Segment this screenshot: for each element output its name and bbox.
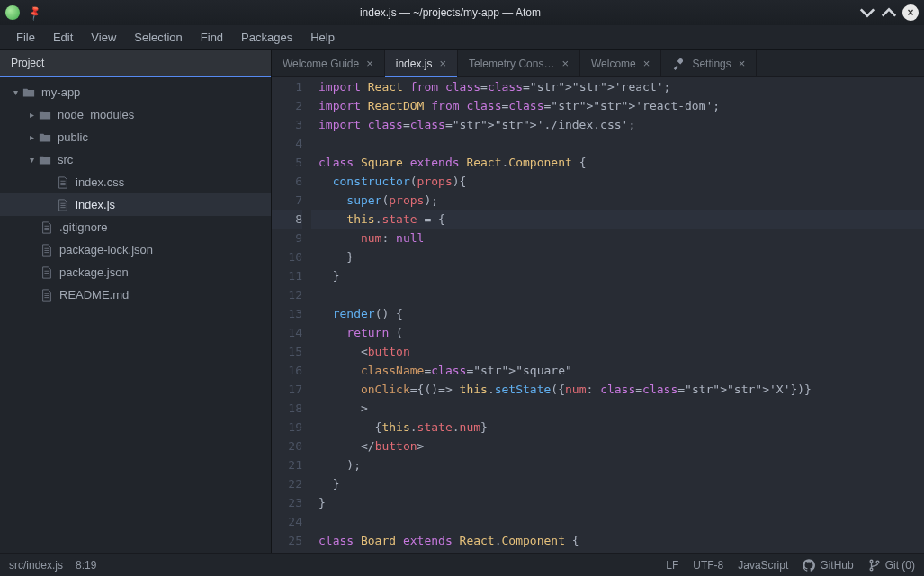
- window-minimize-icon[interactable]: [859, 4, 875, 21]
- line-number: 14: [272, 323, 302, 342]
- code-line[interactable]: render() {: [311, 304, 924, 323]
- code-line[interactable]: {this.state.num}: [311, 418, 924, 436]
- tree-file[interactable]: .gitignore: [0, 216, 271, 238]
- code-line[interactable]: [311, 134, 924, 153]
- tree-folder[interactable]: ▸node_modules: [0, 104, 271, 126]
- menu-view[interactable]: View: [82, 27, 125, 48]
- code-line[interactable]: }: [311, 474, 924, 493]
- close-icon[interactable]: ×: [739, 57, 746, 70]
- code-line[interactable]: super(props);: [311, 191, 924, 210]
- chevron-right-icon: ▸: [25, 110, 38, 120]
- folder-icon: [22, 86, 36, 100]
- code-line[interactable]: constructor(props){: [311, 172, 924, 191]
- tab[interactable]: index.js×: [385, 50, 458, 76]
- tab-label: Settings: [692, 58, 731, 70]
- code-line[interactable]: [311, 285, 924, 304]
- tree-item-label: .gitignore: [59, 220, 107, 234]
- tree-item-label: README.md: [59, 288, 129, 302]
- status-encoding[interactable]: UTF-8: [693, 559, 723, 572]
- project-tree-body[interactable]: ▾my-app▸node_modules▸public▾srcindex.css…: [0, 77, 271, 553]
- code-line[interactable]: import React from class=class="str">"str…: [311, 77, 924, 96]
- code-editor[interactable]: 1234567891011121314151617181920212223242…: [272, 77, 924, 553]
- chevron-down-icon: ▾: [9, 87, 22, 97]
- code-line[interactable]: className=class="str">"square": [311, 361, 924, 380]
- code-line[interactable]: );: [311, 455, 924, 474]
- tree-file[interactable]: index.js: [0, 194, 271, 216]
- tab[interactable]: Welcome×: [580, 50, 661, 76]
- code-line[interactable]: import class=class="str">"str">'./index.…: [311, 115, 924, 134]
- code-line[interactable]: this.state = {: [311, 210, 924, 229]
- line-number: 6: [272, 172, 302, 191]
- line-number: 18: [272, 399, 302, 418]
- menu-selection[interactable]: Selection: [125, 27, 191, 48]
- line-number: 5: [272, 153, 302, 172]
- svg-point-1: [870, 567, 873, 570]
- file-icon: [40, 220, 54, 235]
- close-icon[interactable]: ×: [439, 57, 446, 70]
- status-file-path[interactable]: src/index.js: [9, 559, 63, 572]
- line-number: 21: [272, 455, 302, 474]
- code-line[interactable]: }: [311, 266, 924, 285]
- code-line[interactable]: return (: [311, 323, 924, 342]
- menu-file[interactable]: File: [7, 27, 44, 48]
- file-icon: [56, 198, 70, 212]
- code-line[interactable]: }: [311, 493, 924, 512]
- tree-item-label: index.js: [76, 198, 115, 212]
- tab[interactable]: Telemetry Cons…×: [458, 50, 580, 76]
- code-lines[interactable]: import React from class=class="str">"str…: [311, 77, 924, 553]
- code-line[interactable]: class Board extends React.Component {: [311, 531, 924, 550]
- line-number: 22: [272, 474, 302, 493]
- tree-root[interactable]: ▾my-app: [0, 81, 271, 104]
- project-tree-header[interactable]: Project: [0, 50, 271, 77]
- window-close-icon[interactable]: ×: [902, 4, 919, 21]
- window-maximize-icon[interactable]: [881, 4, 897, 21]
- app-icon: [5, 5, 20, 20]
- status-eol[interactable]: LF: [666, 559, 678, 572]
- close-icon[interactable]: ×: [366, 57, 373, 70]
- file-icon: [40, 243, 54, 257]
- file-icon: [40, 266, 54, 280]
- code-line[interactable]: }: [311, 248, 924, 266]
- tab-label: Welcome: [591, 58, 636, 70]
- line-number: 17: [272, 380, 302, 399]
- tools-icon: [672, 58, 685, 70]
- tree-file[interactable]: package.json: [0, 261, 271, 284]
- menu-help[interactable]: Help: [301, 27, 344, 48]
- tree-folder[interactable]: ▸public: [0, 126, 271, 148]
- line-number: 11: [272, 266, 302, 285]
- window-title: index.js — ~/projects/my-app — Atom: [41, 6, 859, 19]
- tab[interactable]: Settings×: [661, 50, 757, 76]
- line-number: 16: [272, 361, 302, 380]
- menu-find[interactable]: Find: [192, 27, 232, 48]
- status-git[interactable]: Git (0): [868, 559, 915, 572]
- menu-edit[interactable]: Edit: [44, 27, 82, 48]
- code-line[interactable]: import ReactDOM from class=class="str">"…: [311, 96, 924, 115]
- close-icon[interactable]: ×: [561, 57, 569, 70]
- menu-bar: File Edit View Selection Find Packages H…: [0, 25, 924, 50]
- close-icon[interactable]: ×: [643, 57, 650, 70]
- code-line[interactable]: onClick={()=> this.setState({num: class=…: [311, 380, 924, 399]
- tab-label: Telemetry Cons…: [469, 58, 554, 70]
- code-line[interactable]: >: [311, 399, 924, 418]
- code-line[interactable]: num: null: [311, 229, 924, 248]
- folder-icon: [38, 130, 52, 145]
- status-grammar[interactable]: JavaScript: [738, 559, 788, 572]
- line-number: 13: [272, 304, 302, 323]
- tree-folder[interactable]: ▾src: [0, 148, 271, 171]
- code-line[interactable]: <button: [311, 342, 924, 361]
- line-number: 12: [272, 285, 302, 304]
- svg-point-0: [870, 560, 873, 562]
- status-cursor-position[interactable]: 8:19: [76, 559, 96, 572]
- code-line[interactable]: </button>: [311, 436, 924, 455]
- tab[interactable]: Welcome Guide×: [272, 50, 385, 76]
- code-line[interactable]: [311, 512, 924, 531]
- status-git-label: Git (0): [885, 559, 915, 572]
- status-github[interactable]: GitHub: [803, 559, 853, 572]
- tree-item-label: package-lock.json: [59, 243, 153, 256]
- file-icon: [56, 176, 70, 190]
- tree-file[interactable]: index.css: [0, 171, 271, 194]
- code-line[interactable]: class Square extends React.Component {: [311, 153, 924, 172]
- tree-file[interactable]: README.md: [0, 284, 271, 306]
- tree-file[interactable]: package-lock.json: [0, 238, 271, 261]
- menu-packages[interactable]: Packages: [232, 27, 301, 48]
